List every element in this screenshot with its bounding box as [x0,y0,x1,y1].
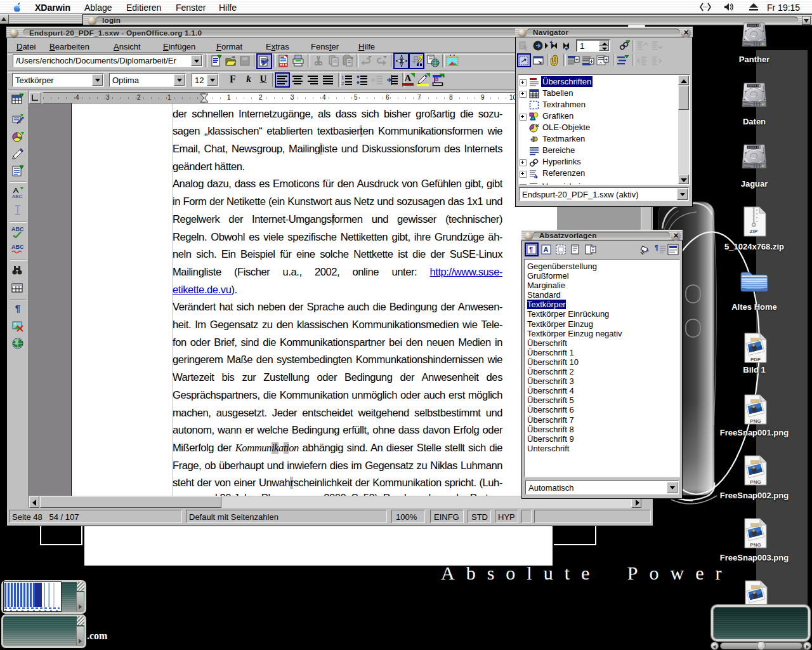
svg-text:PNG: PNG [750,542,761,548]
svg-text:ABC: ABC [12,194,23,199]
svg-text:A: A [544,246,549,253]
svg-text:¶: ¶ [655,244,658,251]
svg-text:PNG: PNG [750,418,761,424]
svg-text:1: 1 [341,75,344,81]
svg-text:PNG: PNG [750,479,761,485]
svg-text:2: 2 [341,81,344,86]
svg-text:ABC: ABC [11,244,24,250]
svg-text:¶: ¶ [529,246,533,253]
svg-text:ABC: ABC [11,226,24,232]
svg-text:PDF: PDF [750,357,761,362]
